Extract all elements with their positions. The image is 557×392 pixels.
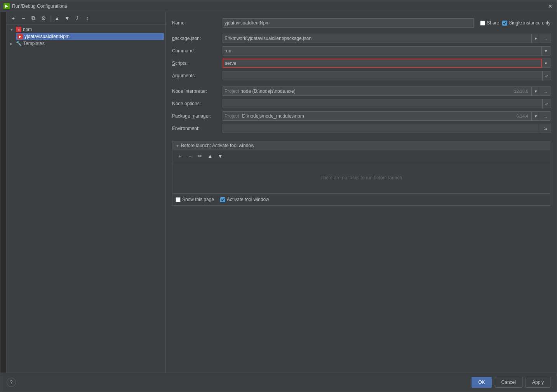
command-input[interactable]	[223, 46, 542, 56]
single-instance-checkbox-label[interactable]: Single instance only	[502, 20, 550, 26]
title-bar: ▶ Run/Debug Configurations ✕	[0, 0, 557, 12]
templates-label: Templates	[23, 41, 45, 46]
package-json-label: package.json:	[172, 36, 223, 41]
node-interpreter-browse-btn[interactable]: …	[540, 87, 550, 96]
package-manager-browse-btn[interactable]: …	[540, 111, 550, 121]
cancel-button[interactable]: Cancel	[495, 377, 522, 388]
help-button[interactable]: ?	[7, 378, 16, 387]
before-launch-toggle-icon[interactable]: ▼	[176, 144, 179, 148]
share-checkbox[interactable]	[480, 21, 485, 26]
dialog-footer: ? OK Cancel Apply	[0, 373, 557, 392]
remove-config-button[interactable]: −	[19, 14, 28, 23]
package-manager-prefix: Project	[225, 113, 239, 119]
move-config-button[interactable]: ⤴	[73, 14, 82, 23]
package-json-browse-btn[interactable]: …	[540, 34, 550, 43]
templates-toggle[interactable]: ▶	[10, 42, 14, 46]
arguments-field-container: ⤢	[223, 71, 550, 80]
show-page-checkbox-label[interactable]: Show this page	[176, 197, 214, 202]
package-json-input[interactable]	[223, 34, 532, 43]
name-label: Name:	[172, 20, 223, 26]
package-manager-value: D:\nodejs\node_modules\npm	[242, 113, 304, 119]
npm-group-icon: n	[16, 27, 21, 32]
node-options-row: Node options: ⤢	[172, 99, 550, 108]
package-manager-version: 6.14.4	[516, 114, 528, 118]
environment-label: Environment:	[172, 126, 223, 131]
dialog-body: + − ⧉ ⚙ ▲ ▼ ⤴ ↕ ▼ n npm	[0, 12, 557, 373]
name-input[interactable]	[223, 18, 474, 28]
templates-item[interactable]: ▶ 🔧 Templates	[8, 40, 164, 47]
editor-sidebar-strip	[0, 12, 7, 373]
arrow-up-button[interactable]: ▲	[53, 14, 61, 23]
tree-toolbar: + − ⧉ ⚙ ▲ ▼ ⤴ ↕	[7, 12, 165, 24]
arguments-input[interactable]	[223, 71, 543, 80]
dialog-title: Run/Debug Configurations	[12, 3, 67, 9]
share-checkbox-label[interactable]: Share	[480, 20, 499, 26]
before-launch-empty-message: There are no tasks to run before launch	[320, 175, 402, 180]
share-label-text: Share	[487, 20, 499, 26]
name-field-container: Name:	[172, 18, 474, 28]
scripts-field-container: ▼	[223, 59, 550, 68]
ok-button[interactable]: OK	[472, 377, 491, 388]
package-manager-display: Project D:\nodejs\node_modules\npm 6.14.…	[223, 111, 532, 121]
before-launch-header: ▼ Before launch: Activate tool window	[172, 141, 550, 150]
node-interpreter-dropdown-btn[interactable]: ▼	[532, 87, 540, 96]
arrow-down-button[interactable]: ▼	[63, 14, 71, 23]
node-interpreter-version: 12.18.0	[514, 89, 528, 94]
before-launch-add-btn[interactable]: +	[176, 152, 184, 160]
right-panel: Name: Share Single instance only	[166, 12, 557, 373]
command-dropdown-btn[interactable]: ▼	[542, 46, 550, 56]
package-manager-dropdown-btn[interactable]: ▼	[532, 111, 540, 121]
config-tree: ▼ n npm ▶ yjdatavisualclientNpm ▶ 🔧	[7, 24, 165, 373]
before-launch-checkboxes: Show this page Activate tool window	[172, 193, 550, 205]
node-options-input[interactable]	[223, 99, 543, 108]
scripts-input[interactable]	[223, 59, 542, 68]
toolbar-separator-1	[50, 15, 50, 21]
node-interpreter-label: Node interpreter:	[172, 88, 223, 94]
command-field-container: ▼	[223, 46, 550, 56]
npm-config-icon: ▶	[17, 34, 23, 39]
npm-group-toggle[interactable]: ▼	[10, 28, 14, 32]
npm-group-item[interactable]: ▼ n npm	[8, 26, 164, 33]
section-separator-1	[172, 83, 550, 87]
package-manager-label: Package manager:	[172, 113, 223, 119]
show-page-checkbox[interactable]	[176, 197, 181, 202]
scripts-dropdown-btn[interactable]: ▼	[542, 59, 550, 68]
copy-config-button[interactable]: ⧉	[29, 14, 38, 23]
arguments-label: Arguments:	[172, 73, 223, 78]
scripts-row: Scripts: ▼	[172, 59, 550, 68]
settings-config-button[interactable]: ⚙	[39, 14, 48, 23]
sort-config-button[interactable]: ↕	[83, 14, 92, 23]
npm-group-label: npm	[23, 27, 32, 32]
node-interpreter-value: node (D:\nodejs\node.exe)	[240, 88, 295, 94]
before-launch-up-btn[interactable]: ▲	[206, 152, 214, 160]
single-instance-checkbox[interactable]	[502, 21, 507, 26]
activate-tool-window-checkbox[interactable]	[220, 197, 225, 202]
npm-config-item[interactable]: ▶ yjdatavisualclientNpm	[16, 33, 164, 40]
node-interpreter-display: Project node (D:\nodejs\node.exe) 12.18.…	[223, 87, 532, 96]
name-row: Name: Share Single instance only	[172, 18, 550, 28]
before-launch-content: There are no tasks to run before launch	[172, 162, 550, 193]
environment-container: 🗂	[223, 124, 550, 133]
arguments-row: Arguments: ⤢	[172, 71, 550, 80]
environment-browse-btn[interactable]: 🗂	[540, 124, 550, 133]
before-launch-title: Before launch: Activate tool window	[181, 143, 254, 148]
title-bar-left: ▶ Run/Debug Configurations	[3, 3, 67, 9]
activate-tool-window-checkbox-label[interactable]: Activate tool window	[220, 197, 269, 202]
npm-children: ▶ yjdatavisualclientNpm	[8, 33, 164, 40]
node-options-label: Node options:	[172, 101, 223, 106]
arguments-expand-btn[interactable]: ⤢	[543, 71, 550, 80]
add-config-button[interactable]: +	[9, 14, 17, 23]
activate-tool-window-label-text: Activate tool window	[227, 197, 269, 202]
npm-config-label: yjdatavisualclientNpm	[24, 34, 70, 39]
show-page-label-text: Show this page	[182, 197, 214, 202]
package-json-dropdown-btn[interactable]: ▼	[532, 34, 540, 43]
before-launch-down-btn[interactable]: ▼	[216, 152, 225, 160]
before-launch-toolbar: + − ✏ ▲ ▼	[172, 150, 550, 162]
close-button[interactable]: ✕	[547, 3, 554, 9]
package-manager-row: Package manager: Project D:\nodejs\node_…	[172, 111, 550, 121]
before-launch-remove-btn[interactable]: −	[186, 152, 194, 160]
node-options-expand-btn[interactable]: ⤢	[543, 99, 550, 108]
before-launch-edit-btn[interactable]: ✏	[196, 152, 204, 160]
apply-button[interactable]: Apply	[526, 377, 550, 388]
environment-input[interactable]	[223, 124, 540, 133]
